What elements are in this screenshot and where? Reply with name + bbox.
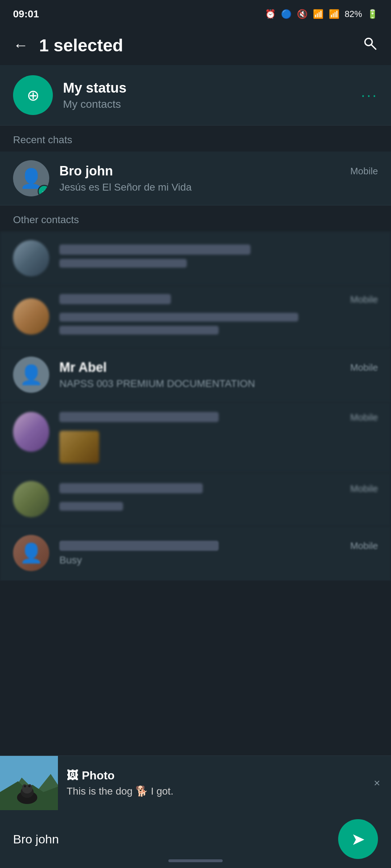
blurred-name-2	[59, 294, 171, 304]
mr-abel-name: Mr Abel	[59, 360, 107, 375]
blurred-info-5: Mobile	[59, 483, 378, 515]
nav-handle	[168, 859, 223, 862]
bro-john-type: Mobile	[350, 166, 378, 177]
my-status-name: My status	[63, 80, 361, 96]
contact-row-mr-abel[interactable]: 👤 Mr Abel Mobile NAPSS 003 PREMIUM DOCUM…	[0, 348, 391, 402]
blurred-name-row-6: Mobile	[59, 540, 378, 552]
status-icons: ⏰ 🔵 🔇 📶 📶 82% 🔋	[265, 9, 378, 19]
wifi-icon: 📶	[313, 9, 324, 19]
blurred-avatar-6: 👤	[13, 535, 49, 571]
blurred-avatar-5	[13, 481, 49, 517]
svg-point-8	[22, 784, 27, 791]
blurred-msg-2	[59, 313, 298, 322]
notification-title-text: Photo	[82, 769, 115, 782]
mr-abel-name-row: Mr Abel Mobile	[59, 360, 378, 375]
battery-level: 82%	[345, 9, 362, 19]
blurred-name-6	[59, 541, 219, 551]
blurred-name-1	[59, 244, 251, 255]
mr-abel-message: NAPSS 003 PREMIUM DOCUMENTATION	[59, 378, 378, 390]
add-status-icon: ⊕	[27, 86, 39, 104]
bro-john-message: Jesús es El Señor de mi Vida	[59, 182, 378, 193]
recent-chats-header: Recent chats	[0, 125, 391, 152]
bro-john-info: Bro john Mobile Jesús es El Señor de mi …	[59, 163, 378, 193]
bro-john-name: Bro john	[59, 163, 113, 179]
blurred-name-4	[59, 412, 219, 422]
mr-abel-avatar: 👤	[13, 357, 49, 393]
search-button[interactable]	[362, 35, 378, 55]
selected-badge: ✓	[38, 185, 49, 196]
blurred-type-6: Mobile	[350, 540, 378, 552]
battery-icon: 🔋	[367, 9, 378, 19]
send-button[interactable]: ➤	[338, 819, 378, 859]
mr-abel-info: Mr Abel Mobile NAPSS 003 PREMIUM DOCUMEN…	[59, 360, 378, 390]
bro-john-name-row: Bro john Mobile	[59, 163, 378, 179]
blurred-contact-row-6[interactable]: 👤 Mobile Busy	[0, 526, 391, 580]
selected-contact-name: Bro john	[13, 832, 329, 846]
blurred-type-2: Mobile	[350, 294, 378, 309]
my-status-subtitle: My contacts	[63, 98, 361, 110]
search-icon	[362, 35, 378, 51]
notification-message: This is the dog 🐕 I got.	[67, 785, 354, 797]
person-icon-2: 👤	[20, 364, 43, 386]
back-button[interactable]: ←	[13, 38, 28, 53]
signal-icon: 📶	[329, 9, 340, 19]
bluetooth-icon: 🔵	[281, 9, 292, 19]
mute-icon: 🔇	[297, 9, 308, 19]
blurred-avatar-2	[13, 298, 49, 335]
contact-row-bro-john[interactable]: 👤 ✓ Bro john Mobile Jesús es El Señor de…	[0, 152, 391, 205]
mr-abel-type: Mobile	[350, 362, 378, 373]
blurred-type-5: Mobile	[350, 483, 378, 498]
my-status-row[interactable]: ⊕ My status My contacts ···	[0, 65, 391, 125]
svg-point-9	[27, 784, 32, 791]
blurred-contact-row-5[interactable]: Mobile	[0, 472, 391, 526]
blurred-info-4: Mobile	[59, 412, 378, 463]
blurred-name-5	[59, 483, 203, 493]
my-status-avatar: ⊕	[13, 75, 53, 115]
notification-title: 🖼 Photo	[67, 769, 354, 782]
photo-icon: 🖼	[67, 769, 78, 782]
blurred-avatar-4	[13, 412, 49, 452]
top-bar: ← 1 selected	[0, 25, 391, 65]
blurred-contact-row-4[interactable]: Mobile	[0, 402, 391, 472]
notification-close-button[interactable]: ×	[363, 770, 391, 796]
blurred-contact-row-1[interactable]	[0, 231, 391, 285]
notification-image	[0, 756, 58, 810]
send-icon: ➤	[351, 829, 365, 849]
status-bar: 09:01 ⏰ 🔵 🔇 📶 📶 82% 🔋	[0, 0, 391, 25]
bottom-notification: 🖼 Photo This is the dog 🐕 I got. ×	[0, 756, 391, 810]
blurred-msg-1	[59, 259, 187, 268]
blurred-msg-6: Busy	[59, 554, 378, 566]
other-contacts-header: Other contacts	[0, 205, 391, 231]
dog-landscape-image	[0, 756, 58, 810]
person-icon-6: 👤	[20, 542, 43, 564]
alarm-icon: ⏰	[265, 9, 276, 19]
bro-john-avatar: 👤 ✓	[13, 160, 49, 196]
blurred-type-4: Mobile	[350, 412, 378, 426]
svg-point-10	[24, 785, 26, 787]
my-status-info: My status My contacts	[63, 80, 361, 110]
bottom-spacer	[0, 580, 391, 692]
top-bar-title: 1 selected	[39, 35, 351, 55]
svg-point-11	[28, 785, 30, 787]
blurred-msg-5	[59, 502, 123, 511]
blurred-info-6: Mobile Busy	[59, 540, 378, 566]
status-time: 09:01	[13, 8, 39, 20]
svg-line-1	[371, 45, 376, 49]
notification-content: 🖼 Photo This is the dog 🐕 I got.	[58, 762, 363, 804]
person-icon: 👤	[20, 167, 43, 190]
blurred-info-2: Mobile	[59, 294, 378, 339]
blurred-info-1	[59, 244, 378, 272]
my-status-more-button[interactable]: ···	[361, 86, 378, 104]
blurred-contact-row-2[interactable]: Mobile	[0, 285, 391, 348]
blurred-avatar-1	[13, 240, 49, 276]
blurred-thumbnail-4	[59, 431, 99, 463]
blurred-msg-2b	[59, 326, 219, 335]
